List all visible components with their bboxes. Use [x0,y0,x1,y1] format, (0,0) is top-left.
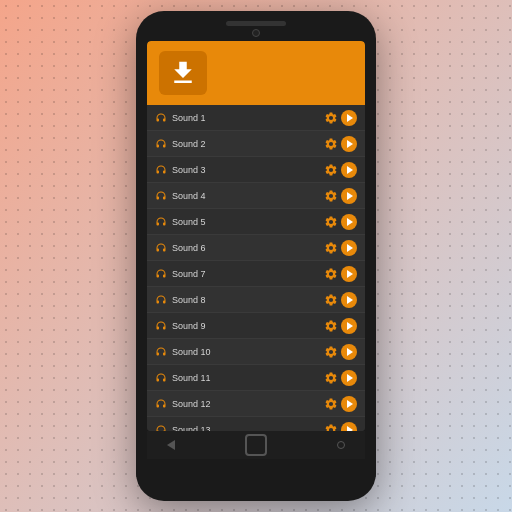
sound-item[interactable]: Sound 8 [147,287,365,313]
headphone-icon [155,346,167,358]
sound-item[interactable]: Sound 5 [147,209,365,235]
gear-icon[interactable] [324,423,338,432]
play-button[interactable] [341,162,357,178]
headphone-icon [155,242,167,254]
headphone-icon [155,268,167,280]
headphone-icon [155,112,167,124]
sound-item[interactable]: Sound 7 [147,261,365,287]
gear-icon[interactable] [324,371,338,385]
sound-name: Sound 10 [172,347,324,357]
sound-name: Sound 3 [172,165,324,175]
gear-icon[interactable] [324,163,338,177]
sound-name: Sound 9 [172,321,324,331]
play-button[interactable] [341,214,357,230]
sound-name: Sound 6 [172,243,324,253]
headphone-icon [155,190,167,202]
play-button[interactable] [341,240,357,256]
recents-button[interactable] [337,441,345,449]
gear-icon[interactable] [324,111,338,125]
sound-item[interactable]: Sound 9 [147,313,365,339]
download-banner[interactable] [147,41,365,105]
play-button[interactable] [341,422,357,432]
play-button[interactable] [341,396,357,412]
phone-screen: Sound 1Sound 2Sound 3Sound 4Sound 5Sound… [147,41,365,431]
front-camera [252,29,260,37]
sound-name: Sound 13 [172,425,324,432]
gear-icon[interactable] [324,241,338,255]
headphone-icon [155,216,167,228]
download-icon [168,58,198,88]
sound-item[interactable]: Sound 12 [147,391,365,417]
home-button[interactable] [245,434,267,456]
headphone-icon [155,164,167,176]
sound-name: Sound 1 [172,113,324,123]
sound-item[interactable]: Sound 11 [147,365,365,391]
headphone-icon [155,138,167,150]
sound-name: Sound 11 [172,373,324,383]
play-button[interactable] [341,188,357,204]
sound-name: Sound 12 [172,399,324,409]
sound-item[interactable]: Sound 2 [147,131,365,157]
sound-item[interactable]: Sound 4 [147,183,365,209]
sound-name: Sound 2 [172,139,324,149]
play-button[interactable] [341,266,357,282]
sound-item[interactable]: Sound 10 [147,339,365,365]
gear-icon[interactable] [324,319,338,333]
sound-name: Sound 4 [172,191,324,201]
sound-name: Sound 7 [172,269,324,279]
sound-item[interactable]: Sound 1 [147,105,365,131]
headphone-icon [155,320,167,332]
sound-item[interactable]: Sound 6 [147,235,365,261]
gear-icon[interactable] [324,293,338,307]
headphone-icon [155,372,167,384]
phone-bottom-bar [136,459,376,477]
gear-icon[interactable] [324,397,338,411]
headphone-icon [155,424,167,432]
sound-name: Sound 8 [172,295,324,305]
play-button[interactable] [341,292,357,308]
sound-item[interactable]: Sound 3 [147,157,365,183]
gear-icon[interactable] [324,267,338,281]
headphone-icon [155,398,167,410]
play-button[interactable] [341,344,357,360]
phone-frame: Sound 1Sound 2Sound 3Sound 4Sound 5Sound… [136,11,376,501]
gear-icon[interactable] [324,189,338,203]
play-button[interactable] [341,370,357,386]
play-button[interactable] [341,318,357,334]
gear-icon[interactable] [324,345,338,359]
headphone-icon [155,294,167,306]
gear-icon[interactable] [324,215,338,229]
top-speaker [226,21,286,26]
sound-item[interactable]: Sound 13 [147,417,365,431]
play-button[interactable] [341,110,357,126]
back-button[interactable] [167,440,175,450]
download-icon-box [159,51,207,95]
sound-list: Sound 1Sound 2Sound 3Sound 4Sound 5Sound… [147,105,365,431]
sound-name: Sound 5 [172,217,324,227]
phone-nav-bar [147,431,365,459]
gear-icon[interactable] [324,137,338,151]
play-button[interactable] [341,136,357,152]
